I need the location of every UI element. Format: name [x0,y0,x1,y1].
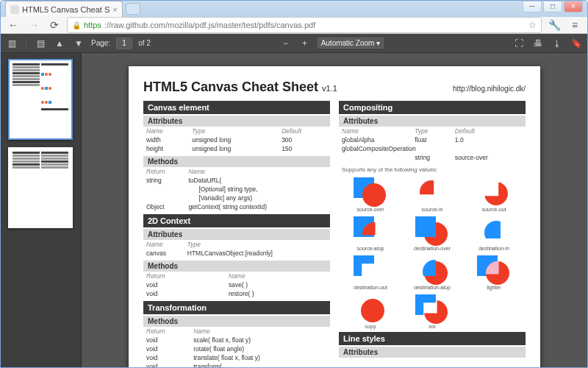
address-bar[interactable]: 🔒 https ://raw.github.com/mozilla/pdf.js… [67,17,542,33]
section-header: Line styles [339,332,526,345]
page-number-input[interactable] [116,38,132,49]
sub-header: Attributes [143,229,330,240]
find-icon[interactable]: ▤ [34,37,47,50]
section-header: Transformation [143,301,330,314]
sidebar-toggle-icon[interactable]: ▥ [5,37,18,50]
transform-methods-table: ReturnName voidscale( float x, float y) … [143,327,330,368]
comp-note: Supports any of the following values: [339,165,526,174]
sub-header: Attributes [339,347,526,358]
thumbnail-page-1[interactable] [8,59,73,140]
thumbnail-panel [1,53,82,368]
presentation-icon[interactable]: ⛶ [512,37,526,50]
canvas-methods-table: ReturnName stringtoDataURL( [Optional] s… [143,167,330,211]
browser-tab[interactable]: HTML5 Canvas Cheat S × [5,1,123,17]
composite-swatch-grid: source-over source-in source-out source-… [339,174,526,332]
context-methods-table: ReturnName voidsave( ) voidrestore( ) [143,272,330,298]
url-rest: ://raw.github.com/mozilla/pdf.js/master/… [104,21,315,29]
download-icon[interactable]: ⭳ [551,37,564,50]
section-header: Compositing [339,101,526,114]
sub-header: Methods [143,316,330,327]
zoom-in-icon[interactable]: + [298,37,312,50]
sub-header: Methods [143,156,330,167]
thumbnail-page-2[interactable] [8,147,73,228]
pdf-toolbar: ▥ ▤ ▲ ▼ Page: of 2 − + Automatic Zoom ▾ … [1,34,587,53]
canvas-attributes-table: NameTypeDefault widthunsigned long300 he… [143,127,330,153]
context-attributes-table: NameType canvasHTMLCanvasObject [readonl… [143,240,330,258]
next-page-icon[interactable]: ▼ [72,37,85,50]
bookmark-icon[interactable]: 🔖 [570,37,583,50]
wrench-menu-icon[interactable]: 🔧 [546,17,562,33]
close-tab-icon[interactable]: × [112,5,117,14]
reload-button[interactable]: ⟳ [46,17,62,33]
sub-header: Methods [143,261,330,272]
minimize-button[interactable]: ─ [523,1,542,13]
tab-title: HTML5 Canvas Cheat S [22,5,110,14]
page-title: HTML5 Canvas Cheat Sheet v1.1 [143,79,337,95]
page-view[interactable]: HTML5 Canvas Cheat Sheet v1.1 http://blo… [82,53,587,368]
section-header: 2D Context [143,214,330,227]
prev-page-icon[interactable]: ▲ [53,37,66,50]
close-window-button[interactable]: × [564,1,583,13]
tab-strip: HTML5 Canvas Cheat S × ─ □ × [1,1,587,17]
nav-bar: ← → ⟳ 🔒 https ://raw.github.com/mozilla/… [1,17,587,34]
lock-icon: 🔒 [72,21,81,29]
bookmark-star-icon[interactable]: ☆ [528,20,537,30]
url-scheme: https [84,21,101,29]
maximize-button[interactable]: □ [543,1,562,13]
zoom-out-icon[interactable]: − [279,37,293,50]
pdf-page: HTML5 Canvas Cheat Sheet v1.1 http://blo… [129,66,540,368]
new-tab-button[interactable] [126,3,140,15]
forward-button[interactable]: → [26,17,42,33]
compositing-attributes-table: NameTypeDefault globalAlphafloat1.0 glob… [339,127,526,162]
doc-link: http://blog.nihilogic.dk/ [453,85,526,93]
back-button[interactable]: ← [5,17,21,33]
page-label: Page: [91,39,110,47]
hamburger-menu-icon[interactable]: ≡ [567,17,583,33]
sub-header: Attributes [143,116,330,127]
favicon [10,5,19,14]
zoom-select[interactable]: Automatic Zoom ▾ [318,38,384,49]
section-header: Canvas element [143,101,330,114]
page-count: of 2 [138,39,151,47]
sub-header: Attributes [339,116,526,127]
print-icon[interactable]: 🖶 [531,37,545,50]
